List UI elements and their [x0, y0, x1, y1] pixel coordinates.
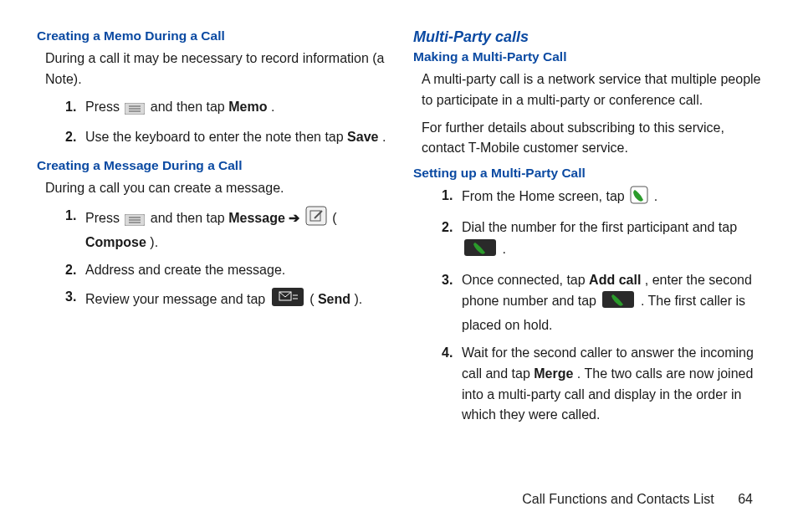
- mp-step-3: Once connected, tap Add call , enter the…: [462, 270, 765, 336]
- call-button-icon: [601, 290, 635, 315]
- message-intro: During a call you can create a message.: [37, 178, 388, 199]
- mp-step-1: From the Home screen, tap .: [462, 186, 765, 211]
- menu-icon: [125, 212, 145, 233]
- memo-steps: Press and then tap Memo . Use the keyboa…: [37, 97, 388, 149]
- memo-step-1: Press and then tap Memo .: [85, 97, 388, 121]
- page-number: 64: [738, 492, 753, 506]
- heading-message: Creating a Message During a Call: [37, 158, 388, 173]
- section-name: Call Functions and Contacts List: [522, 492, 714, 506]
- mp-steps: From the Home screen, tap . Dial the num…: [413, 186, 765, 426]
- message-step-1: Press and then tap Message ➔ ( Compose )…: [85, 206, 388, 253]
- phone-app-icon: [630, 186, 648, 211]
- compose-icon: [305, 206, 327, 233]
- heading-memo: Creating a Memo During a Call: [37, 28, 388, 43]
- menu-icon: [125, 100, 145, 121]
- send-icon: [271, 287, 304, 314]
- message-step-3: Review your message and tap ( Send ).: [85, 287, 388, 314]
- arrow-icon: ➔: [289, 211, 303, 225]
- mp-step-2: Dial the number for the first participan…: [462, 217, 765, 263]
- message-step-2: Address and create the message.: [85, 260, 388, 281]
- heading-setup-mp: Setting up a Multi-Party Call: [413, 166, 765, 181]
- mp-intro-2: For further details about subscribing to…: [413, 118, 765, 160]
- left-column: Creating a Memo During a Call During a c…: [37, 28, 388, 436]
- right-column: Multi-Party calls Making a Multi-Party C…: [413, 28, 765, 436]
- heading-making-mp: Making a Multi-Party Call: [413, 49, 765, 64]
- heading-multi-party: Multi-Party calls: [413, 28, 765, 46]
- call-button-icon: [463, 238, 497, 263]
- mp-intro-1: A multi-party call is a network service …: [413, 69, 765, 111]
- memo-intro: During a call it may be necessary to rec…: [37, 49, 388, 90]
- message-steps: Press and then tap Message ➔ ( Compose )…: [37, 206, 388, 314]
- svg-rect-11: [272, 288, 304, 306]
- memo-step-2: Use the keyboard to enter the note then …: [85, 127, 388, 148]
- mp-step-4: Wait for the second caller to answer the…: [462, 343, 765, 426]
- manual-page: Creating a Memo During a Call During a c…: [0, 0, 798, 436]
- page-footer: Call Functions and Contacts List 64: [522, 492, 753, 507]
